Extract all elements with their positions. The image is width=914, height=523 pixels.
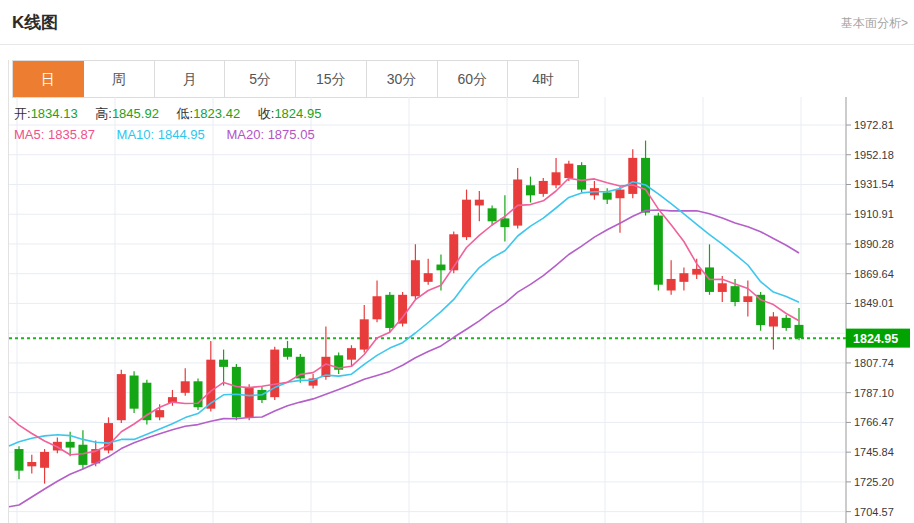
kline-chart[interactable]: 1972.811952.181931.541910.911890.281869.… <box>0 97 914 523</box>
candle-body <box>347 348 356 360</box>
candle <box>194 378 203 410</box>
period-tabbar: 日 周 月 5分 15分 30分 60分 4时 <box>12 60 579 98</box>
candle-body <box>539 181 548 194</box>
tab-day[interactable]: 日 <box>13 61 84 97</box>
candle <box>590 181 599 200</box>
y-tick-label: 1704.57 <box>854 506 894 518</box>
candle-body <box>526 185 535 195</box>
candle-body <box>615 190 624 199</box>
y-tick-label: 1766.47 <box>854 416 894 428</box>
y-tick-label: 1910.91 <box>854 208 894 220</box>
candle <box>539 178 548 197</box>
candle <box>78 430 87 469</box>
candle <box>628 149 637 198</box>
candle-body <box>373 296 382 319</box>
low-readout: 低:1823.42 <box>177 106 241 121</box>
grid <box>9 97 845 523</box>
candle-body <box>245 387 254 417</box>
high-readout: 高:1845.92 <box>95 106 159 121</box>
last-price-badge: 1824.95 <box>846 329 910 348</box>
candle-body <box>117 374 126 420</box>
candle <box>462 190 471 240</box>
candle-body <box>513 179 522 225</box>
tab-4hour[interactable]: 4时 <box>508 61 578 97</box>
candle <box>667 260 676 295</box>
candle-body <box>283 348 292 357</box>
candle-body <box>769 316 778 326</box>
candle <box>15 446 24 479</box>
candle <box>692 259 701 279</box>
candle-body <box>603 192 612 199</box>
candle <box>513 168 522 229</box>
tab-60min[interactable]: 60分 <box>438 61 509 97</box>
y-axis: 1972.811952.181931.541910.911890.281869.… <box>846 97 894 523</box>
candle <box>679 267 688 290</box>
candle-body <box>436 265 445 271</box>
candle <box>245 384 254 420</box>
candle <box>769 312 778 349</box>
candle <box>181 368 190 395</box>
candle-body <box>27 462 36 466</box>
candle <box>321 327 330 380</box>
y-tick-label: 1849.01 <box>854 297 894 309</box>
candle-body <box>40 452 49 468</box>
candle <box>373 280 382 322</box>
candle-body <box>219 360 228 367</box>
candle <box>526 177 535 203</box>
kline-widget: K线图 基本面分析> 日 周 月 5分 15分 30分 60分 4时 1972.… <box>0 0 914 523</box>
candle <box>283 341 292 360</box>
last-price-text: 1824.95 <box>853 332 898 346</box>
candle-body <box>424 273 433 282</box>
y-tick-label: 1869.64 <box>854 268 894 280</box>
ma5-line <box>9 178 799 455</box>
candle-body <box>155 410 164 417</box>
tab-month[interactable]: 月 <box>155 61 226 97</box>
candle-body <box>449 234 458 270</box>
candle <box>782 315 791 331</box>
candle <box>475 191 484 221</box>
title-bar: K线图 基本面分析> <box>0 0 914 45</box>
fundamental-analysis-link[interactable]: 基本面分析> <box>841 15 908 32</box>
candle-body <box>552 172 561 185</box>
candle <box>743 280 752 316</box>
candle <box>309 374 318 388</box>
candle-body <box>667 279 676 291</box>
ohlc-legend: 开:1834.13 高:1845.92 低:1823.42 收:1824.95 <box>14 105 335 123</box>
candle-body <box>411 260 420 296</box>
close-readout: 收:1824.95 <box>258 106 322 121</box>
candle-body <box>66 442 75 448</box>
y-tick-label: 1890.28 <box>854 238 894 250</box>
page-title: K线图 <box>12 11 58 34</box>
candle-body <box>385 295 394 328</box>
candle <box>795 308 804 340</box>
candle-body <box>78 445 87 465</box>
candle-body <box>488 208 497 221</box>
candle <box>27 455 36 474</box>
candle <box>615 187 624 233</box>
ma-legend: MA5: 1835.87 MA10: 1844.95 MA20: 1875.05 <box>14 127 333 142</box>
tab-30min[interactable]: 30分 <box>367 61 438 97</box>
candle-body <box>654 216 663 285</box>
candle <box>334 352 343 374</box>
y-tick-label: 1745.84 <box>854 446 894 458</box>
open-readout: 开:1834.13 <box>14 106 78 121</box>
candle-body <box>15 449 24 471</box>
candle-body <box>731 286 740 302</box>
ma10-readout: MA10: 1844.95 <box>117 127 205 142</box>
candle-body <box>232 367 241 417</box>
ma20-readout: MA20: 1875.05 <box>226 127 314 142</box>
tab-5min[interactable]: 5分 <box>225 61 296 97</box>
tab-15min[interactable]: 15分 <box>296 61 367 97</box>
kline-svg: 1972.811952.181931.541910.911890.281869.… <box>0 97 914 523</box>
candle <box>552 158 561 188</box>
candle-body <box>475 200 484 206</box>
candle-body <box>743 296 752 302</box>
y-tick-label: 1931.54 <box>854 178 894 190</box>
candle-body <box>782 318 791 328</box>
candle-body <box>130 376 139 409</box>
ma5-readout: MA5: 1835.87 <box>14 127 95 142</box>
candle <box>219 350 228 386</box>
tab-week[interactable]: 周 <box>84 61 155 97</box>
candle-body <box>718 283 727 292</box>
candle <box>232 364 241 420</box>
